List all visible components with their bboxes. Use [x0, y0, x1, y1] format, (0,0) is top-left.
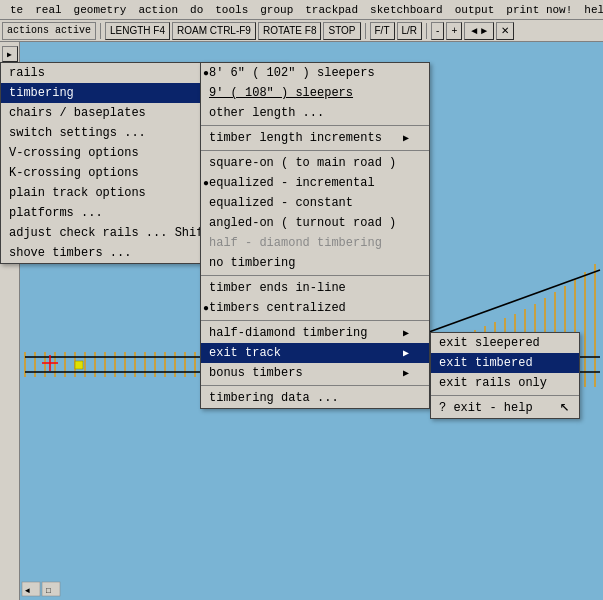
menu-bar: te real geometry action do tools group t…	[0, 0, 603, 20]
rotate-f8-button[interactable]: ROTATE F8	[258, 22, 322, 40]
menu-item-group[interactable]: group	[254, 2, 299, 18]
menu-divider-2	[201, 150, 429, 151]
fit-button[interactable]: ◄►	[464, 22, 494, 40]
stop-button[interactable]: STOP	[323, 22, 360, 40]
exit-track-arrow: ▶	[403, 347, 409, 359]
menu-item-equalized-const[interactable]: equalized - constant	[201, 193, 429, 213]
halfdiamond-arrow: ▶	[403, 327, 409, 339]
menu-item-timber-increments-label: timber length increments	[209, 131, 382, 145]
menu-item-exit-rails-only-label: exit rails only	[439, 376, 547, 390]
menu-item-trackpad[interactable]: trackpad	[299, 2, 364, 18]
zoom-minus-button[interactable]: -	[431, 22, 444, 40]
menu-item-exit-rails-only[interactable]: exit rails only	[431, 373, 579, 393]
menu-item-squareon-label: square-on ( to main road )	[209, 156, 396, 170]
svg-text:◄: ◄	[25, 586, 30, 595]
menu-item-exit-timbered[interactable]: exit timbered	[431, 353, 579, 373]
menu-l3-divider	[431, 395, 579, 396]
menu-item-sleeper-86-label: 8' 6" ( 102" ) sleepers	[209, 66, 375, 80]
menu-item-rails-label: rails	[9, 66, 45, 80]
menu-item-printnow[interactable]: print now!	[500, 2, 578, 18]
toolbar: actions active LENGTH F4 ROAM CTRL-F9 RO…	[0, 20, 603, 42]
menu-level-2: ● 8' 6" ( 102" ) sleepers 9' ( 108" ) sl…	[200, 62, 430, 409]
bullet-icon-centralized: ●	[203, 303, 209, 314]
menu-item-tools[interactable]: tools	[209, 2, 254, 18]
menu-divider-1	[201, 125, 429, 126]
toolbar-label: actions active	[2, 22, 96, 40]
menu-item-exit-sleepered-label: exit sleepered	[439, 336, 540, 350]
menu-item-exit-timbered-label: exit timbered	[439, 356, 533, 370]
menu-item-squareon[interactable]: square-on ( to main road )	[201, 153, 429, 173]
menu-item-shovetimbers-label: shove timbers ...	[9, 246, 131, 260]
menu-item-halfdiamond-timbering-label: half-diamond timbering	[209, 326, 367, 340]
menu-divider-4	[201, 320, 429, 321]
menu-item-timbering-label: timbering	[9, 86, 74, 100]
menu-item-ends-inline[interactable]: timber ends in-line	[201, 278, 429, 298]
menu-divider-3	[201, 275, 429, 276]
menu-item-real[interactable]: real	[29, 2, 67, 18]
menu-item-do[interactable]: do	[184, 2, 209, 18]
menu-item-other-length[interactable]: other length ...	[201, 103, 429, 123]
menu-item-timbering-data[interactable]: timbering data ...	[201, 388, 429, 408]
menu-item-exit-track[interactable]: exit track ▶	[201, 343, 429, 363]
menu-item-half-diamond: half - diamond timbering	[201, 233, 429, 253]
bullet-icon-equalized: ●	[203, 178, 209, 189]
menu-item-centralized-label: timbers centralized	[209, 301, 346, 315]
svg-rect-61	[75, 361, 83, 369]
main-area: ▶ ◀ + -	[0, 42, 603, 600]
toolbar-sep-3	[426, 23, 427, 39]
menu-divider-5	[201, 385, 429, 386]
menu-item-chairs-label: chairs / baseplates	[9, 106, 146, 120]
menu-item-centralized[interactable]: ● timbers centralized	[201, 298, 429, 318]
toolbar-sep-1	[100, 23, 101, 39]
menu-item-sketchboard[interactable]: sketchboard	[364, 2, 449, 18]
length-f4-button[interactable]: LENGTH F4	[105, 22, 170, 40]
menu-item-equalized-const-label: equalized - constant	[209, 196, 353, 210]
menu-item-angledon[interactable]: angled-on ( turnout road )	[201, 213, 429, 233]
menu-item-switch-label: switch settings ...	[9, 126, 146, 140]
menu-item-no-timbering[interactable]: no timbering	[201, 253, 429, 273]
menu-item-ends-inline-label: timber ends in-line	[209, 281, 346, 295]
menu-item-timbering-data-label: timbering data ...	[209, 391, 339, 405]
menu-item-equalized-incr-label: equalized - incremental	[209, 176, 375, 190]
menu-item-geometry[interactable]: geometry	[68, 2, 133, 18]
menu-item-plaintrack-label: plain track options	[9, 186, 146, 200]
menu-item-timber-increments[interactable]: timber length increments ▶	[201, 128, 429, 148]
menu-item-kcrossing-label: K-crossing options	[9, 166, 139, 180]
menu-item-bonus-timbers-label: bonus timbers	[209, 366, 303, 380]
menu-item-exit-track-label: exit track	[209, 346, 281, 360]
menu-item-help[interactable]: help	[578, 2, 603, 18]
lr-button[interactable]: L/R	[397, 22, 423, 40]
toolbar-sep-2	[365, 23, 366, 39]
ft-button[interactable]: F/T	[370, 22, 395, 40]
menu-item-vcrossing-label: V-crossing options	[9, 146, 139, 160]
menu-item-bonus-timbers[interactable]: bonus timbers ▶	[201, 363, 429, 383]
timber-increments-arrow: ▶	[403, 132, 409, 144]
menu-item-angledon-label: angled-on ( turnout road )	[209, 216, 396, 230]
menu-item-half-diamond-label: half - diamond timbering	[209, 236, 382, 250]
bonus-timbers-arrow: ▶	[403, 367, 409, 379]
menu-item-sleeper-9[interactable]: 9' ( 108" ) sleepers	[201, 83, 429, 103]
svg-text:□: □	[46, 586, 51, 595]
menu-item-no-timbering-label: no timbering	[209, 256, 295, 270]
menu-item-exit-help[interactable]: ? exit - help	[431, 398, 579, 418]
cross-button[interactable]: ✕	[496, 22, 514, 40]
bullet-icon-sleeper86: ●	[203, 68, 209, 79]
zoom-plus-button[interactable]: +	[446, 22, 462, 40]
menu-item-exit-help-label: ? exit - help	[439, 401, 533, 415]
svg-rect-66	[42, 582, 60, 596]
menu-item-exit-sleepered[interactable]: exit sleepered	[431, 333, 579, 353]
menu-item-sleeper-86[interactable]: ● 8' 6" ( 102" ) sleepers	[201, 63, 429, 83]
menu-item-action[interactable]: action	[132, 2, 184, 18]
menu-item-output[interactable]: output	[449, 2, 501, 18]
menu-item-halfdiamond-timbering[interactable]: half-diamond timbering ▶	[201, 323, 429, 343]
roam-ctrl-f9-button[interactable]: ROAM CTRL-F9	[172, 22, 256, 40]
menu-item-platforms-label: platforms ...	[9, 206, 103, 220]
menu-item-equalized-incr[interactable]: ● equalized - incremental	[201, 173, 429, 193]
menu-item-other-length-label: other length ...	[209, 106, 324, 120]
left-btn-1[interactable]: ▶	[2, 46, 18, 62]
menu-item-sleeper-9-label: 9' ( 108" ) sleepers	[209, 86, 353, 100]
menu-item-te[interactable]: te	[4, 2, 29, 18]
menu-level-3: exit sleepered exit timbered exit rails …	[430, 332, 580, 419]
